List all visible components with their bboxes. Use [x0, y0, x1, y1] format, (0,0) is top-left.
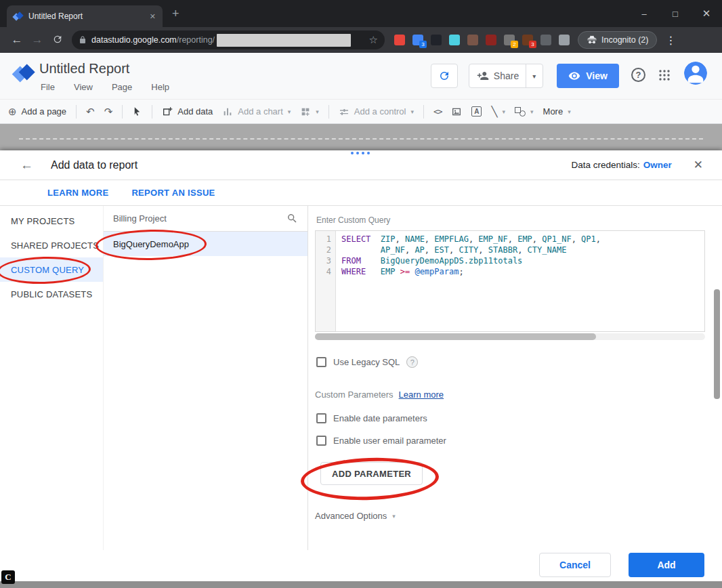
select-tool-icon[interactable]: [132, 106, 142, 117]
dialog-drag-handle[interactable]: [351, 152, 370, 154]
extension-icon[interactable]: [394, 35, 405, 45]
email-parameter-checkbox[interactable]: [316, 436, 326, 446]
eye-icon: [568, 70, 580, 82]
add-page-button[interactable]: ⊕ Add a page: [8, 106, 66, 118]
more-button[interactable]: More ▾: [543, 106, 571, 117]
screenshot-watermark: C: [1, 570, 15, 584]
refresh-data-button[interactable]: [431, 64, 458, 88]
share-button[interactable]: Share ▾: [469, 64, 543, 88]
billing-project-item[interactable]: BigQueryDemoApp: [104, 232, 307, 256]
legacy-sql-row: Use Legacy SQL ?: [315, 356, 722, 368]
datastudio-favicon: [14, 12, 23, 21]
view-button[interactable]: View: [557, 64, 619, 88]
advanced-options-label: Advanced Options: [315, 511, 387, 521]
chevron-down-icon: ▾: [502, 108, 505, 115]
window-close-icon[interactable]: ✕: [691, 0, 722, 27]
help-icon[interactable]: ?: [631, 68, 645, 82]
browser-tab[interactable]: Untitled Report ✕: [7, 5, 163, 27]
report-title[interactable]: Untitled Report: [39, 61, 129, 77]
billing-project-label: Billing Project: [113, 213, 286, 224]
viz-squares-icon: [300, 106, 311, 117]
legacy-sql-help-icon[interactable]: ?: [406, 356, 418, 368]
new-tab-button[interactable]: +: [172, 6, 179, 21]
text-tool-icon[interactable]: A: [471, 106, 482, 117]
apps-grid-icon[interactable]: [658, 69, 671, 84]
add-data-button[interactable]: Add data: [162, 106, 213, 117]
dialog-footer: Cancel Add: [0, 550, 722, 580]
learn-more-tab[interactable]: LEARN MORE: [47, 188, 108, 198]
add-circle-icon: ⊕: [8, 106, 17, 118]
search-icon[interactable]: [286, 213, 298, 224]
extension-icon[interactable]: [559, 35, 570, 45]
email-parameter-row: Enable user email parameter: [315, 436, 722, 446]
dialog-header: ← Add data to report Data credentials: O…: [0, 150, 722, 180]
shape-tool-button[interactable]: ▾: [515, 107, 534, 117]
extension-icon[interactable]: [486, 35, 496, 45]
nav-reload-icon[interactable]: [47, 33, 68, 48]
window-minimize-icon[interactable]: –: [629, 0, 660, 27]
extension-icon[interactable]: [449, 35, 460, 45]
browser-navbar: ← → datastudio.google.com /reporting/ ☆ …: [0, 27, 722, 53]
editor-horizontal-scrollbar[interactable]: [315, 333, 705, 340]
menu-view[interactable]: View: [74, 82, 93, 92]
extension-icon[interactable]: 2: [504, 35, 515, 45]
sidebar-item-my-projects[interactable]: MY PROJECTS: [0, 209, 103, 233]
undo-icon[interactable]: ↶: [86, 106, 95, 118]
report-an-issue-tab[interactable]: REPORT AN ISSUE: [131, 188, 215, 198]
extension-icon[interactable]: [467, 35, 478, 45]
learn-more-link[interactable]: Learn more: [399, 390, 444, 400]
scrollbar-thumb[interactable]: [315, 333, 596, 340]
nav-forward-icon[interactable]: →: [27, 33, 47, 47]
add-button[interactable]: Add: [629, 553, 704, 577]
menu-page[interactable]: Page: [112, 82, 132, 92]
data-credentials-owner[interactable]: Owner: [643, 160, 672, 170]
advanced-options-button[interactable]: Advanced Options ▾: [315, 511, 722, 521]
browser-menu-icon[interactable]: ⋮: [664, 34, 677, 47]
toolbar-divider: [328, 105, 329, 119]
redacted-url-block: [217, 34, 351, 47]
redo-icon[interactable]: ↷: [104, 106, 113, 118]
community-viz-button[interactable]: ▾: [300, 106, 319, 117]
browser-tabstrip: Untitled Report ✕ + – □ ✕: [0, 0, 722, 27]
menu-help[interactable]: Help: [151, 82, 169, 92]
app-header: Untitled Report File View Page Help Shar…: [0, 53, 722, 99]
line-tool-button[interactable]: ╲ ▾: [491, 106, 505, 118]
incognito-badge: Incognito (2): [578, 31, 657, 49]
add-parameter-button[interactable]: ADD PARAMETER: [320, 462, 423, 485]
incognito-icon: [587, 35, 597, 45]
extension-icon[interactable]: 3: [412, 35, 423, 45]
tab-close-icon[interactable]: ✕: [150, 12, 156, 21]
view-label: View: [586, 70, 608, 81]
report-canvas: [0, 124, 722, 150]
sql-editor[interactable]: 1234 SELECT ZIP, NAME, EMPFLAG, EMP_NF, …: [315, 230, 705, 332]
menu-file[interactable]: File: [41, 82, 55, 92]
sidebar-item-public-datasets[interactable]: PUBLIC DATASETS: [0, 282, 103, 306]
chevron-down-icon: ▾: [410, 108, 414, 115]
canvas-bottom-strip: [0, 581, 722, 588]
custom-parameters-label: Custom Parameters: [315, 390, 394, 400]
extension-icon[interactable]: [540, 35, 551, 45]
dialog-close-icon[interactable]: ✕: [694, 158, 703, 172]
add-control-button[interactable]: Add a control ▾: [339, 106, 414, 117]
dialog-back-icon[interactable]: ←: [20, 158, 33, 173]
dialog-vertical-scrollbar[interactable]: [714, 289, 720, 399]
address-bar[interactable]: datastudio.google.com /reporting/ ☆: [72, 30, 385, 49]
share-caret-icon[interactable]: ▾: [526, 64, 542, 87]
page-boundary-dashes: [19, 138, 703, 140]
chevron-down-icon: ▾: [530, 108, 534, 115]
legacy-sql-checkbox[interactable]: [316, 357, 326, 367]
add-chart-button[interactable]: Add a chart ▾: [222, 106, 291, 117]
extension-icon[interactable]: 3: [522, 35, 533, 45]
date-parameters-checkbox[interactable]: [316, 413, 326, 423]
sidebar-item-shared-projects[interactable]: SHARED PROJECTS: [0, 233, 103, 257]
shape-tool-icon: [515, 107, 526, 117]
sidebar-item-custom-query[interactable]: CUSTOM QUERY: [0, 257, 103, 282]
extension-icon[interactable]: [431, 35, 442, 45]
embed-url-icon[interactable]: <>: [433, 107, 442, 117]
window-maximize-icon[interactable]: □: [660, 0, 691, 27]
nav-back-icon[interactable]: ←: [7, 33, 27, 47]
cancel-button[interactable]: Cancel: [539, 553, 611, 577]
image-tool-icon[interactable]: [451, 106, 462, 117]
profile-avatar[interactable]: [684, 62, 707, 85]
bookmark-star-icon[interactable]: ☆: [369, 34, 378, 46]
